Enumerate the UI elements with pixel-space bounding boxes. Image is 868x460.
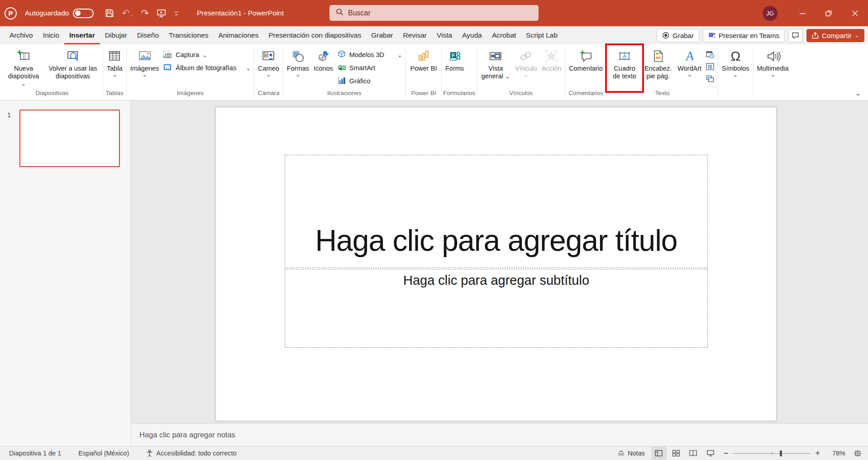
link-button: Vínculo ⌄: [513, 47, 539, 77]
collapse-ribbon-chevron-icon[interactable]: ⌄: [855, 89, 861, 97]
tab-revisar[interactable]: Revisar: [398, 26, 432, 44]
group-tablas: Tabla ⌄ Tablas: [105, 44, 125, 100]
notes-toggle-button[interactable]: Notas: [613, 446, 649, 460]
wordart-button[interactable]: A WordArt ⌄: [675, 47, 704, 77]
redo-icon[interactable]: ↷: [141, 8, 149, 19]
slide-canvas[interactable]: Haga clic para agregar título Haga clic …: [215, 107, 777, 421]
zoom-overview-button[interactable]: Vista general ⌄: [478, 47, 513, 80]
subtitle-placeholder[interactable]: Haga clic para agregar subtítulo: [285, 269, 708, 348]
slide-editor-area: Haga clic para agregar título Haga clic …: [131, 101, 868, 423]
pictures-button[interactable]: Imágenes ⌄: [128, 47, 162, 77]
symbols-button[interactable]: Ω Símbolos ⌄: [720, 47, 751, 77]
tab-transiciones[interactable]: Transiciones: [164, 26, 213, 44]
slide-thumbnail[interactable]: [19, 110, 120, 167]
group-label-multimedia: [755, 88, 791, 100]
dropdown-chevron-icon: ⌄: [142, 72, 147, 77]
tab-archivo[interactable]: Archivo: [5, 26, 38, 44]
tab-script-lab[interactable]: Script Lab: [521, 26, 563, 44]
slideshow-view-button[interactable]: [703, 446, 718, 460]
wordart-icon: A: [682, 48, 697, 65]
slide-sorter-view-button[interactable]: [668, 446, 684, 460]
tab-acrobat[interactable]: Acrobat: [487, 26, 521, 44]
customize-qat-chevron-icon[interactable]: ⌄: [174, 12, 179, 15]
dropdown-chevron-icon: ⌄: [733, 72, 738, 77]
start-slideshow-icon[interactable]: [156, 8, 167, 18]
svg-text:P: P: [265, 53, 268, 58]
tab-dibujar[interactable]: Dibujar: [100, 26, 132, 44]
photo-album-button[interactable]: Álbum de fotografías ⌄: [163, 62, 251, 73]
zoom-slider-handle[interactable]: [780, 450, 782, 456]
smartart-button[interactable]: SmartArt: [337, 62, 402, 73]
group-label-ilustraciones: Ilustraciones: [285, 88, 404, 100]
search-input[interactable]: Buscar: [329, 5, 539, 21]
accessibility-status[interactable]: Accesibilidad: todo correcto: [146, 450, 236, 457]
undo-icon: ↶⌄: [122, 8, 134, 19]
tab-inicio[interactable]: Inicio: [38, 26, 64, 44]
tab-ayuda[interactable]: Ayuda: [457, 26, 487, 44]
group-multimedia: Multimedia ⌄: [755, 44, 791, 100]
slide-thumbnail-panel: 1: [0, 101, 131, 446]
tab-animaciones[interactable]: Animaciones: [213, 26, 263, 44]
group-label-tablas: Tablas: [105, 88, 125, 100]
close-button[interactable]: [842, 0, 868, 26]
record-button[interactable]: Grabar: [657, 29, 699, 42]
table-button[interactable]: Tabla ⌄: [105, 47, 125, 77]
slide-number-button[interactable]: #: [705, 62, 715, 72]
group-simbolos: Ω Símbolos ⌄: [720, 44, 751, 100]
tab-presentacion-con-diapositivas[interactable]: Presentación con diapositivas: [263, 26, 366, 44]
tab-insertar[interactable]: Insertar: [64, 26, 100, 44]
object-button[interactable]: [705, 74, 715, 84]
slide-indicator: Diapositiva 1 de 1: [9, 450, 61, 457]
media-button[interactable]: Multimedia ⌄: [755, 47, 791, 77]
new-comment-button[interactable]: Comentario: [567, 47, 605, 72]
zoom-slider[interactable]: [733, 453, 811, 454]
tab-diseno[interactable]: Diseño: [132, 26, 164, 44]
new-slide-button[interactable]: Nueva diapositiva ⌄: [3, 47, 44, 88]
group-ilustraciones: Formas ⌄ Iconos Modelos 3D ⌄: [285, 44, 404, 100]
group-label-comentarios: Comentarios: [567, 88, 605, 100]
new-comment-icon: [579, 48, 593, 65]
text-box-button[interactable]: A Cuadro de texto: [608, 47, 641, 80]
zoom-out-button[interactable]: −: [724, 449, 729, 457]
notes-placeholder: Haga clic para agregar notas: [139, 431, 235, 439]
group-label-diapositivas: Diapositivas: [3, 88, 101, 100]
zoom-level[interactable]: 78%: [825, 450, 845, 457]
present-in-teams-button[interactable]: T Presentar en Teams: [703, 29, 785, 42]
powerpoint-logo-icon[interactable]: P: [5, 7, 17, 19]
autosave-toggle[interactable]: [73, 9, 94, 18]
svg-text:#: #: [709, 65, 711, 68]
icons-button[interactable]: Iconos: [311, 47, 335, 72]
reuse-slides-button[interactable]: Volver a usar las diapositivas: [44, 47, 101, 80]
screenshot-button[interactable]: Captura ⌄: [163, 49, 251, 60]
dropdown-chevron-icon: ⌄: [21, 80, 26, 87]
notes-pane[interactable]: Haga clic para agregar notas: [131, 423, 868, 446]
reading-view-icon: [689, 450, 697, 457]
reading-view-button[interactable]: [686, 446, 701, 460]
cameo-button[interactable]: P Cameo ⌄: [256, 47, 281, 77]
object-icon: [706, 75, 715, 83]
comments-button[interactable]: [788, 29, 803, 42]
group-vinculos: Vista general ⌄ Vínculo ⌄ Acción Vínculo…: [478, 44, 563, 100]
normal-view-button[interactable]: [651, 446, 667, 460]
3d-models-button[interactable]: Modelos 3D ⌄: [337, 49, 402, 60]
restore-button[interactable]: [816, 0, 842, 26]
minimize-button[interactable]: [789, 0, 816, 26]
thumbnail-number: 1: [7, 111, 11, 119]
new-slide-icon: [16, 48, 31, 65]
tab-grabar[interactable]: Grabar: [366, 26, 398, 44]
share-button[interactable]: Compartir ⌄: [806, 29, 864, 42]
forms-button[interactable]: F Forms: [443, 47, 466, 72]
dropdown-chevron-icon: ⌄: [770, 72, 775, 77]
chart-button[interactable]: Gráfico: [337, 76, 402, 86]
language-selector[interactable]: Español (México): [78, 450, 129, 457]
power-bi-button[interactable]: Power BI: [407, 47, 440, 72]
title-placeholder[interactable]: Haga clic para agregar título: [285, 155, 708, 268]
fit-slide-to-window-button[interactable]: [850, 446, 865, 460]
avatar[interactable]: JG: [763, 6, 777, 21]
zoom-in-button[interactable]: +: [815, 449, 820, 457]
shapes-button[interactable]: Formas ⌄: [285, 47, 311, 77]
date-time-button[interactable]: [705, 49, 715, 59]
tab-vista[interactable]: Vista: [432, 26, 457, 44]
header-footer-button[interactable]: Encabez. pie pág.: [641, 47, 675, 80]
save-icon[interactable]: [105, 8, 114, 18]
